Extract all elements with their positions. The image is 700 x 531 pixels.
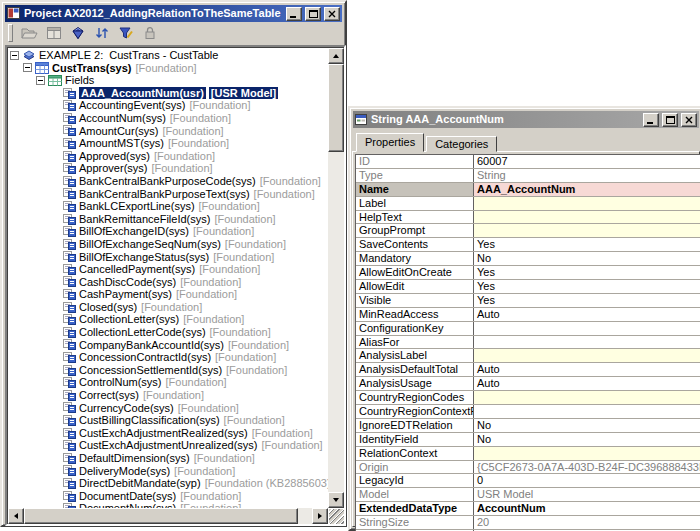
property-value-cell[interactable]: {C5CF2673-0A7A-403D-B24F-DC396888433B}	[474, 461, 700, 474]
tree-item-field[interactable]: CashDiscCode(sys)[Foundation]	[8, 276, 328, 289]
tree-item-field[interactable]: AccountingEvent(sys)[Foundation]	[8, 99, 328, 112]
property-value-cell[interactable]	[474, 405, 700, 418]
scroll-up-button[interactable]	[328, 48, 344, 64]
compile-icon-button[interactable]	[67, 23, 89, 43]
property-row-Label[interactable]: Label	[356, 197, 700, 211]
vertical-scroll-thumb[interactable]	[328, 64, 344, 152]
tree-item-field[interactable]: Approver(sys)[Foundation]	[8, 162, 328, 175]
property-value-cell[interactable]: Auto	[474, 377, 700, 390]
property-row-AllowEdit[interactable]: AllowEditYes	[356, 280, 700, 294]
property-value-cell[interactable]: 0	[474, 474, 700, 487]
property-value-cell[interactable]: No	[474, 419, 700, 432]
tree-item-field[interactable]: Correct(sys)[Foundation]	[8, 389, 328, 402]
properties-maximize-button[interactable]	[662, 113, 678, 127]
property-value-cell[interactable]: USR Model	[474, 488, 700, 501]
vertical-scrollbar[interactable]	[328, 48, 344, 508]
property-row-Model[interactable]: ModelUSR Model	[356, 488, 700, 502]
property-value-cell[interactable]: Yes	[474, 280, 700, 293]
tree-item-field[interactable]: ConcessionContractId(sys)[Foundation]	[8, 351, 328, 364]
property-value-cell[interactable]	[474, 197, 700, 210]
property-value-cell[interactable]: 20	[474, 516, 700, 529]
property-row-Mandatory[interactable]: MandatoryNo	[356, 252, 700, 266]
horizontal-scroll-thumb[interactable]	[24, 508, 298, 524]
property-row-AliasFor[interactable]: AliasFor	[356, 336, 700, 350]
property-row-IgnoreEDTRelation[interactable]: IgnoreEDTRelationNo	[356, 419, 700, 433]
scroll-left-button[interactable]	[8, 508, 24, 524]
property-value-cell[interactable]: Yes	[474, 238, 700, 251]
tree-item-field[interactable]: DirectDebitMandate(syp)[Foundation (KB28…	[8, 477, 328, 490]
tree-item-field[interactable]: BillOfExchangeID(sys)[Foundation]	[8, 225, 328, 238]
sort-icon-button[interactable]	[91, 23, 113, 43]
tree-item-field[interactable]: BankCentralBankPurposeCode(sys)[Foundati…	[8, 175, 328, 188]
tree-item-field[interactable]: DefaultDimension(sys)[Foundation]	[8, 452, 328, 465]
property-row-AnalysisLabel[interactable]: AnalysisLabel	[356, 349, 700, 363]
tree-item-field[interactable]: BankLCExportLine(sys)[Foundation]	[8, 200, 328, 213]
property-value-cell[interactable]: String	[474, 169, 700, 182]
resize-grip[interactable]	[329, 509, 344, 524]
tree-item-field[interactable]: Approved(sys)[Foundation]	[8, 150, 328, 163]
property-value-cell[interactable]: Auto	[474, 308, 700, 321]
property-row-SaveContents[interactable]: SaveContentsYes	[356, 238, 700, 252]
filter-icon-button[interactable]	[115, 23, 137, 43]
lock-icon-button[interactable]	[139, 23, 161, 43]
property-value-cell[interactable]	[474, 447, 700, 460]
tree-item-field[interactable]: CustBillingClassification(sys)[Foundatio…	[8, 414, 328, 427]
tree-item-field[interactable]: AmountMST(sys)[Foundation]	[8, 137, 328, 150]
property-value-cell[interactable]: AAA_AccountNum	[474, 183, 700, 196]
tree-item-field[interactable]: CollectionLetterCode(sys)[Foundation]	[8, 326, 328, 339]
property-value-cell[interactable]	[474, 349, 700, 362]
tree-item-field[interactable]: CurrencyCode(sys)[Foundation]	[8, 402, 328, 415]
properties-titlebar[interactable]: String AAA_AccountNum	[353, 111, 699, 128]
property-row-ExtendedDataType[interactable]: ExtendedDataTypeAccountNum	[356, 502, 700, 516]
property-row-HelpText[interactable]: HelpText	[356, 211, 700, 225]
property-value-cell[interactable]: Auto	[474, 363, 700, 376]
property-value-cell[interactable]: 60007	[474, 155, 700, 168]
property-row-CountryRegionContextField[interactable]: CountryRegionContextField	[356, 405, 700, 419]
tree-item-field[interactable]: BillOfExchangeSeqNum(sys)[Foundation]	[8, 238, 328, 251]
tree-item-field[interactable]: CollectionLetter(sys)[Foundation]	[8, 313, 328, 326]
tree-item-field[interactable]: AccountNum(sys)[Foundation]	[8, 112, 328, 125]
tab-properties[interactable]: Properties	[356, 133, 424, 152]
property-value-cell[interactable]: No	[474, 433, 700, 446]
tree-item-project-root[interactable]: EXAMPLE 2: CustTrans - CustTable	[8, 49, 328, 62]
property-row-StringSize[interactable]: StringSize20	[356, 516, 700, 530]
properties-close-button[interactable]	[681, 113, 697, 127]
property-row-MinReadAccess[interactable]: MinReadAccessAuto	[356, 308, 700, 322]
open-icon-button[interactable]	[19, 23, 41, 43]
tree-item-field[interactable]: Closed(sys)[Foundation]	[8, 301, 328, 314]
tree-item-field[interactable]: DocumentDate(sys)[Foundation]	[8, 490, 328, 503]
property-value-cell[interactable]: No	[474, 252, 700, 265]
property-value-cell[interactable]: Yes	[474, 294, 700, 307]
tree-item-field[interactable]: DeliveryMode(sys)[Foundation]	[8, 465, 328, 478]
tree-item-field[interactable]: CancelledPayment(sys)[Foundation]	[8, 263, 328, 276]
tree-item-field[interactable]: CustExchAdjustmentUnrealized(sys)[Founda…	[8, 439, 328, 452]
property-row-AllowEditOnCreate[interactable]: AllowEditOnCreateYes	[356, 266, 700, 280]
property-value-cell[interactable]	[474, 391, 700, 404]
collapse-toggle-icon[interactable]	[23, 63, 32, 72]
tree-item-field[interactable]: BankCentralBankPurposeText(sys)[Foundati…	[8, 188, 328, 201]
toolbar-grip[interactable]	[8, 24, 13, 42]
property-row-Name[interactable]: NameAAA_AccountNum	[356, 183, 700, 197]
tree-item-field[interactable]: AmountCur(sys)[Foundation]	[8, 125, 328, 138]
tree-item-field[interactable]: BillOfExchangeStatus(sys)[Foundation]	[8, 251, 328, 264]
property-value-cell[interactable]	[474, 211, 700, 224]
tree-item-field[interactable]: AAA_AccountNum(usr)[USR Model]	[8, 87, 328, 100]
property-row-CountryRegionCodes[interactable]: CountryRegionCodes	[356, 391, 700, 405]
property-value-cell[interactable]	[474, 224, 700, 237]
property-row-Origin[interactable]: Origin{C5CF2673-0A7A-403D-B24F-DC3968884…	[356, 461, 700, 475]
tree-item-field[interactable]: CustExchAdjustmentRealized(sys)[Foundati…	[8, 427, 328, 440]
property-row-RelationContext[interactable]: RelationContext	[356, 447, 700, 461]
window-grid-icon-button[interactable]	[43, 23, 65, 43]
maximize-button[interactable]	[305, 7, 321, 21]
properties-minimize-button[interactable]	[643, 113, 659, 127]
tree-item-field[interactable]: CashPayment(sys)[Foundation]	[8, 288, 328, 301]
tree-item-field[interactable]: ConcessionSettlementId(sys)[Foundation]	[8, 364, 328, 377]
tree-item-field[interactable]: CompanyBankAccountId(sys)[Foundation]	[8, 339, 328, 352]
property-value-cell[interactable]: Yes	[474, 266, 700, 279]
minimize-button[interactable]	[286, 7, 302, 21]
close-button[interactable]	[324, 7, 340, 21]
property-row-ConfigurationKey[interactable]: ConfigurationKey	[356, 322, 700, 336]
property-row-GroupPrompt[interactable]: GroupPrompt	[356, 224, 700, 238]
project-titlebar[interactable]: Project AX2012_AddingRelationToTheSameTa…	[5, 5, 342, 22]
tree-item-custtrans-table[interactable]: CustTrans(sys)[Foundation]	[8, 62, 328, 75]
